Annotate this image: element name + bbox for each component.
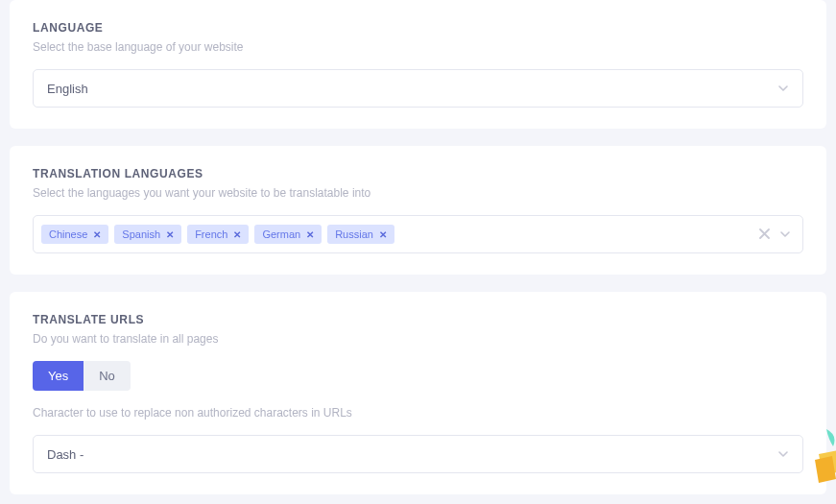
language-tag-russian: Russian✕ [327, 225, 394, 244]
translate-urls-toggle: Yes No [33, 361, 803, 391]
remove-tag-icon[interactable]: ✕ [233, 229, 241, 240]
language-desc: Select the base language of your website [33, 40, 803, 54]
tag-label: Chinese [49, 228, 87, 240]
language-title: LANGUAGE [33, 21, 803, 35]
language-tag-chinese: Chinese✕ [41, 225, 108, 244]
language-tag-french: French✕ [187, 225, 249, 244]
translation-desc: Select the languages you want your websi… [33, 186, 803, 200]
remove-tag-icon[interactable]: ✕ [166, 229, 174, 240]
chevron-down-icon [777, 448, 789, 460]
tag-label: German [262, 228, 300, 240]
tag-label: Russian [335, 228, 373, 240]
tag-label: Spanish [122, 228, 160, 240]
remove-tag-icon[interactable]: ✕ [93, 229, 101, 240]
urls-desc: Do you want to translate in all pages [33, 332, 803, 346]
chevron-down-icon [777, 83, 789, 94]
translation-card: TRANSLATION LANGUAGES Select the languag… [10, 146, 826, 275]
no-button[interactable]: No [84, 361, 131, 391]
translation-multiselect[interactable]: Chinese✕Spanish✕French✕German✕Russian✕ [33, 215, 803, 253]
yes-button[interactable]: Yes [33, 361, 84, 391]
multiselect-controls [759, 226, 795, 243]
translation-tags: Chinese✕Spanish✕French✕German✕Russian✕ [41, 225, 394, 244]
url-char-select[interactable]: Dash - [33, 435, 803, 473]
language-tag-spanish: Spanish✕ [114, 225, 181, 244]
remove-tag-icon[interactable]: ✕ [379, 229, 387, 240]
tag-label: French [195, 228, 227, 240]
url-char-value: Dash - [47, 447, 84, 462]
clear-all-icon[interactable] [759, 226, 770, 243]
translation-title: TRANSLATION LANGUAGES [33, 167, 803, 180]
urls-card: TRANSLATE URLS Do you want to translate … [10, 292, 826, 494]
language-tag-german: German✕ [254, 225, 322, 244]
language-select[interactable]: English [33, 69, 803, 108]
urls-char-desc: Character to use to replace non authoriz… [33, 406, 803, 420]
remove-tag-icon[interactable]: ✕ [306, 229, 314, 240]
language-select-value: English [47, 82, 88, 96]
urls-title: TRANSLATE URLS [33, 313, 803, 326]
chevron-down-icon[interactable] [779, 228, 791, 240]
language-card: LANGUAGE Select the base language of you… [10, 0, 826, 129]
